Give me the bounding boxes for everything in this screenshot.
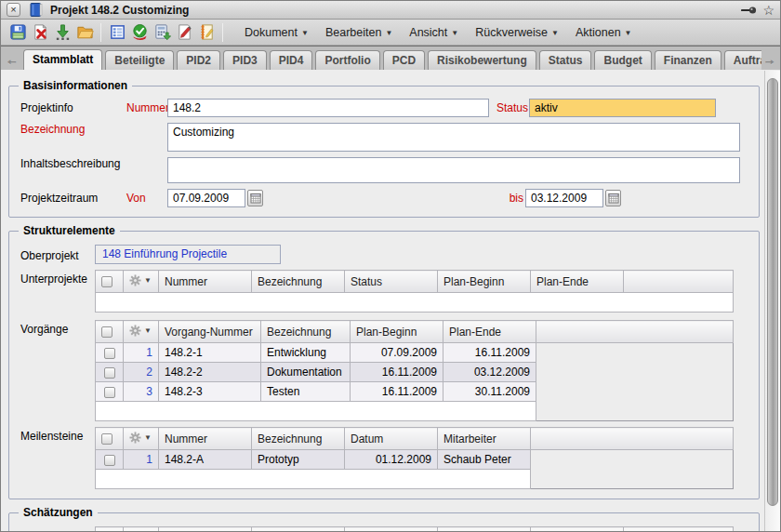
scrollbar-thumb[interactable] xyxy=(767,78,778,506)
cell-bezeichnung: Entwicklung xyxy=(261,343,351,363)
row-checkbox[interactable] xyxy=(104,455,115,466)
oberprojekt-link[interactable]: 148 Einführung Projectile xyxy=(102,247,227,260)
calculate-icon[interactable] xyxy=(151,21,173,44)
cell-nummer: 148.2-A xyxy=(159,450,252,470)
table-row: 1 148.2-A Prototyp 01.12.2009 Schaub Pet… xyxy=(96,450,734,470)
row-meilensteine: Meilensteine ▼ Nummer Bezeichnung Datum … xyxy=(20,427,748,489)
gear-menu[interactable]: ▼ xyxy=(124,527,159,532)
bis-label: bis xyxy=(493,192,523,205)
tab-beteiligte[interactable]: Beteiligte xyxy=(105,50,174,70)
gear-menu[interactable]: ▼ xyxy=(124,321,159,343)
bezeichnung-field[interactable]: Customizing xyxy=(167,123,740,152)
pin-icon[interactable] xyxy=(741,6,757,15)
column-header: Plan-Beginn xyxy=(351,321,443,343)
vorgaenge-label: Vorgänge xyxy=(20,320,95,336)
row-index-link[interactable]: 1 xyxy=(124,450,159,470)
empty-row xyxy=(96,470,734,489)
inhaltsbeschreibung-label: Inhaltsbeschreibung xyxy=(20,157,167,170)
properties-icon[interactable] xyxy=(106,21,128,44)
cell-plan-beginn: 16.11.2009 xyxy=(351,363,443,382)
column-header: Bemerkung xyxy=(531,527,624,532)
toolbar: Dokument ▼ Bearbeiten ▼ Ansicht ▼ Rückve… xyxy=(1,20,780,46)
tab-portfolio[interactable]: Portfolio xyxy=(315,50,379,70)
cell-bezeichnung: Testen xyxy=(261,382,351,402)
cell-plan-ende: 16.11.2009 xyxy=(443,343,536,363)
chevron-down-icon: ▼ xyxy=(551,27,559,37)
menu-label: Aktionen xyxy=(576,26,621,39)
tab-pid2[interactable]: PID2 xyxy=(177,50,220,70)
menu-ansicht[interactable]: Ansicht ▼ xyxy=(409,26,458,39)
gear-menu[interactable]: ▼ xyxy=(124,428,159,450)
toolbar-separator xyxy=(222,23,223,42)
row-checkbox[interactable] xyxy=(104,348,115,359)
tab-scroll-left-icon[interactable]: ← xyxy=(6,53,18,67)
notes-icon[interactable] xyxy=(195,21,218,44)
empty-row xyxy=(96,402,734,421)
projektzeitraum-label: Projektzeitraum xyxy=(20,192,126,205)
select-all-checkbox[interactable] xyxy=(101,276,113,287)
row-index-link[interactable]: 1 xyxy=(124,343,159,363)
row-checkbox[interactable] xyxy=(104,387,115,398)
nummer-label: Nummer xyxy=(126,101,165,114)
tab-pcd[interactable]: PCD xyxy=(383,50,425,70)
delete-document-icon[interactable] xyxy=(29,21,51,44)
column-header: Vorgang-Nummer xyxy=(159,321,261,343)
menu-rueckverweise[interactable]: Rückverweise ▼ xyxy=(475,26,559,39)
tab-budget[interactable]: Budget xyxy=(594,50,651,70)
von-date-field[interactable] xyxy=(167,189,245,207)
table-row: 3 148.2-3 Testen 16.11.2009 30.11.2009 xyxy=(96,382,734,402)
save-icon[interactable] xyxy=(7,21,29,44)
import-icon[interactable] xyxy=(51,21,73,44)
favorite-star-icon[interactable]: ☆ xyxy=(762,4,774,17)
chevron-down-icon: ▼ xyxy=(385,27,392,37)
column-header-filler xyxy=(536,321,734,343)
row-bezeichnung: Bezeichnung Customizing xyxy=(20,123,748,152)
menu-label: Rückverweise xyxy=(475,26,548,39)
table-row: 2 148.2-2 Dokumentation 16.11.2009 03.12… xyxy=(96,363,734,382)
cell-nummer: 148.2-2 xyxy=(159,363,261,382)
tab-scroll-right-icon[interactable]: → xyxy=(763,53,775,67)
approve-icon[interactable] xyxy=(128,21,151,44)
row-index-link[interactable]: 3 xyxy=(124,382,159,402)
vertical-scrollbar[interactable] xyxy=(764,71,780,531)
cell-plan-ende: 03.12.2009 xyxy=(443,363,536,382)
row-index-link[interactable]: 2 xyxy=(124,363,159,382)
cell-nummer: 148.2-1 xyxy=(159,343,261,363)
edit-icon[interactable] xyxy=(173,21,195,44)
unterprojekte-table: ▼ Nummer Bezeichnung Status Plan-Beginn … xyxy=(95,270,734,313)
select-all-checkbox[interactable] xyxy=(101,326,113,338)
row-inhaltsbeschreibung: Inhaltsbeschreibung xyxy=(20,157,748,183)
menu-dokument[interactable]: Dokument ▼ xyxy=(245,26,309,39)
gear-icon xyxy=(129,432,141,444)
title-bar: × Projekt 148.2 Customizing ☆ xyxy=(1,1,780,20)
menu-label: Ansicht xyxy=(409,26,447,39)
menu-aktionen[interactable]: Aktionen ▼ xyxy=(576,26,632,39)
tab-risikobewertung[interactable]: Risikobewertung xyxy=(428,50,536,70)
tab-status[interactable]: Status xyxy=(539,50,592,70)
tab-pid4[interactable]: PID4 xyxy=(270,50,313,70)
fertigstellung-table: ▼ Berichtsdatum Fertigstellung Restaufwa… xyxy=(95,526,734,531)
nummer-field[interactable] xyxy=(167,99,489,117)
tab-finanzen[interactable]: Finanzen xyxy=(655,50,721,70)
inhaltsbeschreibung-field[interactable] xyxy=(167,157,740,183)
open-folder-icon[interactable] xyxy=(73,21,96,44)
calendar-icon[interactable] xyxy=(247,190,263,206)
projektinfo-label: Projektinfo xyxy=(20,101,126,114)
tab-pid3[interactable]: PID3 xyxy=(223,50,267,70)
column-header-filler xyxy=(624,271,734,293)
close-button[interactable]: × xyxy=(7,3,20,17)
row-checkbox[interactable] xyxy=(104,367,115,379)
tab-auftrag[interactable]: Auftrag xyxy=(724,50,761,70)
column-header: Mitarbeiter xyxy=(438,428,531,450)
document-icon xyxy=(30,3,43,17)
cell-plan-beginn: 07.09.2009 xyxy=(351,343,443,363)
menu-label: Bearbeiten xyxy=(325,26,381,39)
gear-menu[interactable]: ▼ xyxy=(124,271,159,293)
chevron-down-icon: ▼ xyxy=(301,27,309,37)
menu-bearbeiten[interactable]: Bearbeiten ▼ xyxy=(325,26,392,39)
status-field[interactable] xyxy=(529,99,716,117)
calendar-icon[interactable] xyxy=(605,190,621,206)
select-all-checkbox[interactable] xyxy=(101,433,113,445)
tab-stammblatt[interactable]: Stammblatt xyxy=(23,49,102,70)
bis-date-field[interactable] xyxy=(525,189,603,207)
